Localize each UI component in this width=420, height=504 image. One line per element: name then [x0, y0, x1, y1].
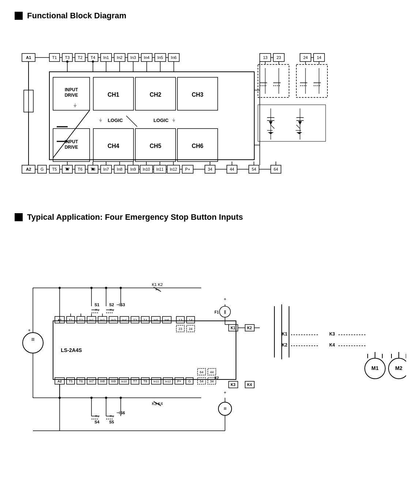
- svg-rect-50: [296, 64, 327, 97]
- svg-text:In9: In9: [130, 167, 136, 171]
- svg-text:In7: In7: [103, 167, 109, 171]
- svg-marker-99: [296, 132, 302, 134]
- svg-rect-43: [258, 64, 289, 97]
- svg-text:P+: P+: [177, 379, 181, 383]
- svg-text:K2: K2: [282, 342, 288, 348]
- section1-header: Functional Block Diagram: [15, 11, 405, 21]
- svg-text:CH6: CH6: [192, 143, 203, 149]
- section2-title: Typical Application: Four Emergency Stop…: [27, 212, 243, 222]
- svg-text:T7: T7: [133, 379, 137, 383]
- svg-marker-96: [268, 132, 274, 134]
- svg-text:In11: In11: [153, 380, 159, 383]
- svg-text:F2: F2: [214, 376, 219, 380]
- svg-text:CH3: CH3: [192, 92, 203, 98]
- svg-text:64: 64: [274, 167, 278, 171]
- svg-text:CH4: CH4: [108, 143, 119, 149]
- svg-text:A2: A2: [57, 379, 62, 383]
- svg-text:T6: T6: [78, 167, 83, 171]
- svg-text:⏚: ⏚: [172, 117, 175, 122]
- svg-text:14: 14: [317, 55, 321, 60]
- typical-application-diagram: ≡ + S1 ✕₁ S2 ✕₁ ⊣S3 K1 K2: [15, 233, 405, 454]
- svg-text:K1: K1: [282, 331, 288, 337]
- svg-text:In9: In9: [111, 379, 116, 383]
- section2-icon: [15, 213, 23, 221]
- svg-text:T4: T4: [91, 55, 95, 60]
- svg-text:CH2: CH2: [150, 92, 161, 98]
- svg-text:S4: S4: [94, 420, 100, 424]
- svg-text:In6: In6: [171, 55, 176, 60]
- svg-text:LS-2A4S: LS-2A4S: [61, 347, 82, 353]
- svg-text:T5: T5: [69, 379, 73, 383]
- svg-text:✕₁: ✕₁: [109, 414, 114, 418]
- svg-text:T2: T2: [78, 55, 83, 60]
- svg-text:DRIVE: DRIVE: [65, 145, 78, 150]
- svg-text:✕₁: ✕₁: [95, 308, 99, 312]
- svg-point-194: [90, 287, 93, 289]
- svg-text:In4: In4: [144, 55, 149, 60]
- svg-text:34: 34: [210, 379, 214, 383]
- svg-text:In3: In3: [111, 318, 116, 322]
- svg-text:24: 24: [303, 55, 308, 60]
- svg-text:T8: T8: [143, 379, 147, 383]
- svg-text:✕₁: ✕₁: [95, 414, 99, 418]
- svg-text:||: ||: [224, 310, 226, 314]
- svg-text:S1: S1: [94, 303, 99, 307]
- svg-text:LOGIC: LOGIC: [108, 118, 123, 123]
- svg-text:T2: T2: [79, 318, 83, 322]
- svg-text:54: 54: [200, 379, 203, 383]
- section1-icon: [15, 12, 23, 20]
- svg-text:+: +: [28, 328, 30, 333]
- svg-text:In6: In6: [165, 318, 169, 322]
- svg-text:CH5: CH5: [150, 143, 161, 149]
- svg-text:A2: A2: [26, 167, 31, 171]
- svg-text:K2: K2: [247, 326, 252, 330]
- svg-text:⏚: ⏚: [74, 102, 77, 108]
- svg-text:In2: In2: [100, 318, 105, 322]
- svg-text:In4: In4: [122, 318, 127, 322]
- svg-text:DRIVE: DRIVE: [65, 93, 78, 98]
- svg-text:In12: In12: [165, 380, 171, 383]
- svg-point-172: [92, 168, 94, 170]
- svg-text:In12: In12: [170, 167, 177, 171]
- svg-line-97: [296, 125, 300, 129]
- svg-text:In1: In1: [103, 55, 109, 60]
- svg-text:P+: P+: [185, 167, 190, 171]
- svg-text:54: 54: [252, 167, 256, 171]
- svg-text:A1: A1: [26, 55, 31, 60]
- svg-text:K1 K2: K1 K2: [152, 282, 163, 287]
- svg-marker-89: [269, 121, 273, 125]
- svg-text:T4: T4: [143, 318, 147, 322]
- svg-text:F1: F1: [214, 310, 219, 314]
- svg-text:34: 34: [208, 167, 212, 171]
- svg-point-197: [120, 287, 122, 289]
- svg-text:In10: In10: [143, 167, 150, 171]
- svg-text:In5: In5: [157, 55, 163, 60]
- svg-text:G: G: [188, 379, 191, 383]
- svg-text:K1: K1: [231, 326, 236, 330]
- fbd-svg: A1 T1 T3 T2 T4 In1 In2 In3 In4 In5 In6 1…: [18, 32, 406, 189]
- svg-rect-85: [258, 105, 326, 141]
- svg-text:23: 23: [179, 327, 182, 331]
- svg-text:23: 23: [277, 55, 281, 60]
- svg-text:G: G: [41, 167, 44, 171]
- svg-text:In8: In8: [117, 167, 122, 171]
- svg-text:In5: In5: [154, 318, 158, 322]
- svg-text:S2: S2: [109, 303, 114, 307]
- svg-text:T6: T6: [79, 379, 83, 383]
- svg-text:44: 44: [210, 370, 214, 374]
- section1-title: Functional Block Diagram: [27, 11, 126, 21]
- svg-line-62: [53, 110, 90, 158]
- svg-text:⊣S6: ⊣S6: [116, 411, 125, 415]
- svg-text:T3: T3: [133, 318, 137, 322]
- svg-point-278: [59, 287, 61, 289]
- svg-text:✕₁: ✕₁: [109, 308, 114, 312]
- svg-text:T5: T5: [52, 167, 57, 171]
- svg-point-185: [23, 333, 43, 353]
- svg-text:⏚: ⏚: [99, 117, 102, 122]
- svg-text:In3: In3: [130, 55, 136, 60]
- svg-text:24: 24: [189, 327, 192, 331]
- svg-text:LOGIC: LOGIC: [153, 118, 169, 123]
- svg-point-170: [66, 168, 68, 170]
- svg-text:CH1: CH1: [108, 92, 119, 98]
- svg-text:13: 13: [263, 55, 267, 60]
